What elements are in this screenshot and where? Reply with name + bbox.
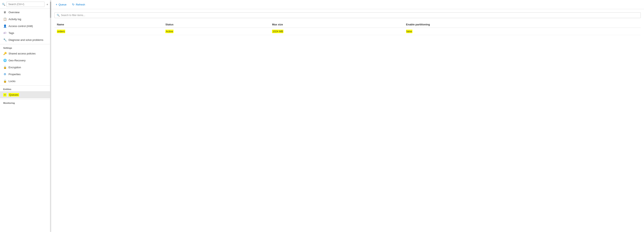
refresh-button[interactable]: ↻ Refresh [71, 2, 86, 7]
add-queue-button[interactable]: + Queue [54, 2, 68, 7]
refresh-icon: ↻ [72, 3, 74, 6]
cell-status: Active [163, 28, 270, 35]
overview-icon: 🖥 [3, 10, 6, 14]
sidebar: 🔍 « 🖥 Overview 📋 Activity log 👤 Access c… [0, 0, 51, 232]
sidebar-nav: 🔍 « 🖥 Overview 📋 Activity log 👤 Access c… [0, 0, 51, 105]
nav-access-control[interactable]: 👤 Access control (IAM) [0, 22, 51, 30]
col-status: Status [163, 21, 270, 28]
nav-shared-access-label: Shared access policies [8, 52, 36, 55]
queues-icon: ≡ [3, 93, 6, 96]
cell-name: orders [54, 28, 163, 35]
nav-properties-label: Properties [8, 73, 20, 76]
queue-max-size-value: 1024 MB [272, 30, 284, 33]
nav-activity-log-label: Activity log [8, 18, 21, 21]
toolbar: + Queue ↻ Refresh [51, 0, 644, 9]
cell-max-size: 1024 MB [270, 28, 404, 35]
entities-section-label: Entities [0, 85, 51, 91]
nav-diagnose[interactable]: 🔧 Diagnose and solve problems [0, 36, 51, 43]
nav-overview[interactable]: 🖥 Overview [0, 9, 51, 16]
queue-status-value: Active [165, 30, 173, 33]
geo-recovery-icon: 🌐 [3, 59, 6, 62]
queue-name-value: orders [57, 30, 65, 33]
nav-geo-recovery-label: Geo-Recovery [8, 59, 26, 62]
nav-tags[interactable]: 🏷 Tags [0, 30, 51, 36]
nav-diagnose-label: Diagnose and solve problems [8, 38, 43, 42]
sidebar-search-input[interactable] [6, 2, 44, 7]
locks-icon: 🔒 [3, 80, 6, 83]
nav-locks[interactable]: 🔒 Locks [0, 78, 51, 84]
search-icon: 🔍 [2, 3, 5, 6]
plus-icon: + [56, 3, 57, 6]
filter-search-icon: 🔍 [57, 14, 60, 17]
sidebar-scrollbar[interactable] [50, 0, 51, 232]
activity-log-icon: 📋 [3, 18, 6, 21]
table-row[interactable]: orders Active 1024 MB false [54, 28, 641, 35]
queue-label: Queue [58, 3, 66, 6]
nav-shared-access[interactable]: 🔑 Shared access policies [0, 50, 51, 57]
nav-access-control-label: Access control (IAM) [8, 24, 33, 28]
col-enable-partitioning: Enable partitioning [404, 21, 641, 28]
nav-locks-label: Locks [8, 80, 16, 83]
tags-icon: 🏷 [3, 31, 6, 34]
nav-encryption-label: Encryption [8, 66, 21, 69]
main-content: + Queue ↻ Refresh 🔍 Search to filter ite… [51, 0, 644, 232]
nav-encryption[interactable]: 🔒 Encryption [0, 64, 51, 71]
settings-section-label: Settings [0, 44, 51, 50]
col-name: Name [54, 21, 163, 28]
nav-queues[interactable]: ≡ Queues [0, 91, 51, 98]
search-bar: 🔍 « [0, 0, 51, 9]
nav-activity-log[interactable]: 📋 Activity log [0, 16, 51, 22]
shared-access-icon: 🔑 [3, 52, 6, 55]
access-control-icon: 👤 [3, 24, 6, 28]
monitoring-section-label: Monitoring [0, 99, 51, 105]
collapse-sidebar-button[interactable]: « [46, 2, 49, 7]
queue-partitioning-value: false [406, 30, 412, 33]
nav-overview-label: Overview [8, 11, 20, 14]
diagnose-icon: 🔧 [3, 38, 6, 42]
scrollbar-thumb[interactable] [50, 2, 51, 18]
filter-bar[interactable]: 🔍 Search to filter items... [54, 12, 641, 18]
nav-properties[interactable]: ⚙ Properties [0, 71, 51, 78]
refresh-label: Refresh [76, 3, 85, 6]
cell-enable-partitioning: false [404, 28, 641, 35]
encryption-icon: 🔒 [3, 66, 6, 69]
content-area: 🔍 Search to filter items... Name Status … [51, 9, 644, 232]
filter-placeholder: Search to filter items... [61, 14, 85, 17]
nav-geo-recovery[interactable]: 🌐 Geo-Recovery [0, 57, 51, 64]
properties-icon: ⚙ [3, 72, 6, 76]
col-max-size: Max size [270, 21, 404, 28]
nav-queues-label: Queues [8, 93, 19, 96]
queues-table: Name Status Max size Enable partitioning… [54, 21, 641, 35]
nav-tags-label: Tags [8, 32, 14, 34]
